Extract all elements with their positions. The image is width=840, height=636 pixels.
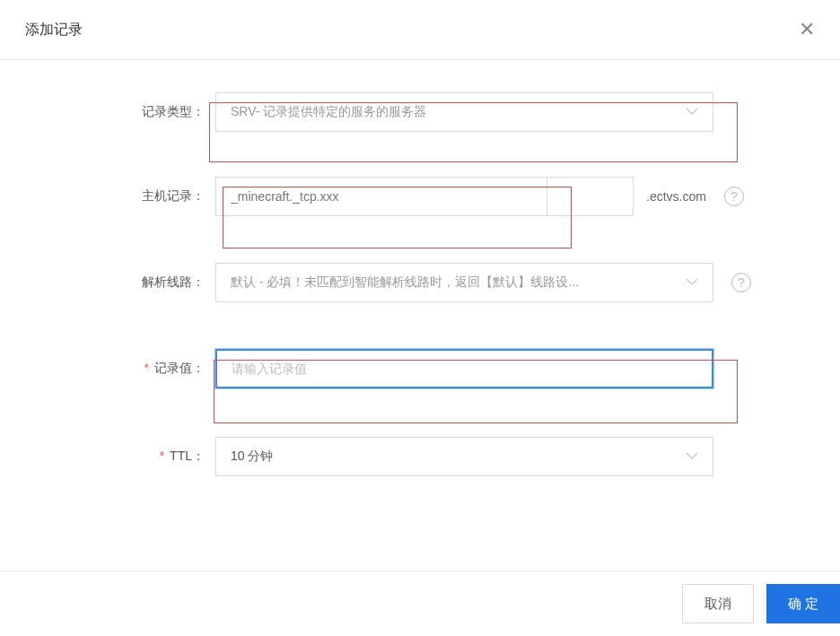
required-mark-icon: * bbox=[144, 361, 149, 375]
form-area: 记录类型： SRV- 记录提供特定的服务的服务器 主机记录： .ectvs.co… bbox=[0, 60, 840, 503]
ttl-row: *TTL： 10 分钟 bbox=[36, 437, 804, 476]
help-icon[interactable]: ? bbox=[731, 273, 751, 292]
modal-title: 添加记录 bbox=[25, 21, 83, 39]
host-record-extra[interactable] bbox=[547, 177, 634, 216]
chevron-down-icon bbox=[686, 107, 698, 118]
host-record-input[interactable] bbox=[215, 177, 547, 216]
resolve-line-label: 解析线路： bbox=[36, 274, 215, 291]
modal-footer: 取消 确定 bbox=[0, 571, 840, 636]
chevron-down-icon bbox=[686, 451, 698, 462]
record-type-value: SRV- 记录提供特定的服务的服务器 bbox=[231, 104, 677, 120]
resolve-line-select[interactable]: 默认 - 必填！未匹配到智能解析线路时，返回【默认】线路设... bbox=[215, 263, 713, 302]
confirm-button[interactable]: 确定 bbox=[766, 584, 840, 623]
close-icon[interactable]: ✕ bbox=[799, 20, 815, 39]
record-type-select[interactable]: SRV- 记录提供特定的服务的服务器 bbox=[215, 92, 713, 132]
ttl-label: *TTL： bbox=[36, 449, 215, 465]
record-value-input[interactable] bbox=[215, 349, 713, 388]
record-value-label: *记录值： bbox=[36, 361, 215, 377]
resolve-line-row: 解析线路： 默认 - 必填！未匹配到智能解析线路时，返回【默认】线路设... ? bbox=[36, 263, 804, 302]
resolve-line-value: 默认 - 必填！未匹配到智能解析线路时，返回【默认】线路设... bbox=[231, 274, 677, 291]
ttl-select[interactable]: 10 分钟 bbox=[215, 437, 713, 476]
required-mark-icon: * bbox=[160, 449, 164, 463]
chevron-down-icon bbox=[686, 277, 698, 288]
ttl-label-text: TTL： bbox=[170, 449, 205, 463]
ttl-value: 10 分钟 bbox=[231, 449, 677, 465]
domain-suffix: .ectvs.com bbox=[646, 189, 706, 204]
cancel-button[interactable]: 取消 bbox=[682, 584, 754, 623]
record-type-label: 记录类型： bbox=[36, 104, 215, 120]
record-value-row: *记录值： bbox=[36, 349, 804, 388]
record-type-row: 记录类型： SRV- 记录提供特定的服务的服务器 bbox=[36, 92, 804, 132]
record-value-label-text: 记录值： bbox=[154, 361, 205, 375]
host-record-label: 主机记录： bbox=[36, 188, 215, 205]
help-icon[interactable]: ? bbox=[724, 187, 744, 206]
host-record-row: 主机记录： .ectvs.com ? bbox=[36, 177, 804, 216]
